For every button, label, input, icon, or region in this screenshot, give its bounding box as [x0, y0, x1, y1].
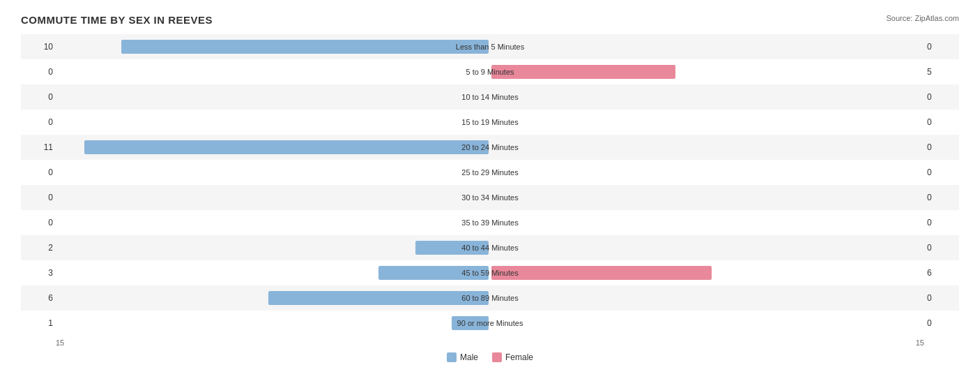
female-value-label: 6 — [924, 268, 959, 278]
bars-section: 30 to 34 Minutes — [56, 185, 924, 210]
chart-row: 240 to 44 Minutes0 — [21, 235, 959, 260]
legend: Male Female — [21, 352, 959, 362]
male-value-label: 0 — [21, 218, 56, 228]
chart-row: 190 or more Minutes0 — [21, 311, 959, 336]
male-bar-container — [56, 235, 490, 260]
chart-row: 660 to 89 Minutes0 — [21, 285, 959, 311]
male-bar-container — [56, 110, 490, 135]
male-bar-container — [56, 84, 490, 110]
female-value-label: 0 — [924, 293, 959, 303]
male-value-label: 0 — [21, 117, 56, 127]
chart-row: 10Less than 5 Minutes0 — [21, 34, 959, 59]
legend-female: Female — [492, 352, 533, 362]
row-label: 5 to 9 Minutes — [466, 68, 514, 76]
bars-section: 5 to 9 Minutes — [56, 59, 924, 84]
male-bar-container — [56, 260, 490, 285]
row-label: 90 or more Minutes — [457, 319, 523, 327]
bars-section: Less than 5 Minutes — [56, 34, 924, 59]
bars-section: 60 to 89 Minutes — [56, 285, 924, 311]
chart-row: 035 to 39 Minutes0 — [21, 210, 959, 235]
male-bar-container — [56, 185, 490, 210]
male-value-label: 6 — [21, 293, 56, 303]
female-bar-container — [490, 160, 924, 185]
chart-row: 015 to 19 Minutes0 — [21, 110, 959, 135]
chart-row: 1120 to 24 Minutes0 — [21, 135, 959, 160]
female-bar — [491, 266, 712, 280]
chart-title: COMMUTE TIME BY SEX IN REEVES — [21, 14, 959, 26]
male-bar — [268, 291, 489, 305]
male-bar-container — [56, 285, 490, 311]
male-value-label: 1 — [21, 318, 56, 328]
row-label: 45 to 59 Minutes — [461, 269, 518, 277]
male-bar-container — [56, 34, 490, 59]
female-value-label: 0 — [924, 318, 959, 328]
male-bar-container — [56, 135, 490, 160]
male-value-label: 0 — [21, 167, 56, 177]
female-bar — [491, 65, 675, 79]
bars-section: 15 to 19 Minutes — [56, 110, 924, 135]
source-label: Source: ZipAtlas.com — [886, 14, 959, 22]
axis-right: 15 — [916, 338, 924, 347]
male-value-label: 3 — [21, 268, 56, 278]
row-label: 15 to 19 Minutes — [461, 118, 518, 126]
female-bar-container — [490, 135, 924, 160]
female-value-label: 0 — [924, 193, 959, 202]
legend-male-label: Male — [460, 352, 478, 362]
bars-section: 35 to 39 Minutes — [56, 210, 924, 235]
female-bar-container — [490, 311, 924, 336]
chart-container: COMMUTE TIME BY SEX IN REEVES Source: Zi… — [0, 0, 980, 365]
male-value-label: 2 — [21, 243, 56, 253]
male-bar-container — [56, 210, 490, 235]
bars-section: 40 to 44 Minutes — [56, 235, 924, 260]
male-bar — [84, 140, 489, 154]
female-value-label: 0 — [924, 142, 959, 152]
female-bar-container — [490, 185, 924, 210]
male-value-label: 0 — [21, 193, 56, 202]
female-bar-container — [490, 210, 924, 235]
row-label: 20 to 24 Minutes — [461, 143, 518, 151]
female-bar-container — [490, 285, 924, 311]
male-bar-container — [56, 59, 490, 84]
bars-section: 10 to 14 Minutes — [56, 84, 924, 110]
chart-row: 010 to 14 Minutes0 — [21, 84, 959, 110]
female-value-label: 0 — [924, 243, 959, 253]
chart-row: 05 to 9 Minutes5 — [21, 59, 959, 84]
male-bar-container — [56, 160, 490, 185]
legend-female-label: Female — [505, 352, 533, 362]
female-value-label: 0 — [924, 117, 959, 127]
male-bar-container — [56, 311, 490, 336]
male-bar — [121, 40, 489, 54]
female-bar-container — [490, 59, 924, 84]
row-label: Less than 5 Minutes — [456, 43, 524, 51]
row-label: 35 to 39 Minutes — [461, 218, 518, 227]
female-value-label: 5 — [924, 67, 959, 77]
axis-left: 15 — [56, 338, 64, 347]
bars-section: 45 to 59 Minutes — [56, 260, 924, 285]
female-value-label: 0 — [924, 218, 959, 228]
axis-labels: 15 15 — [21, 338, 959, 347]
bars-section: 25 to 29 Minutes — [56, 160, 924, 185]
bars-section: 20 to 24 Minutes — [56, 135, 924, 160]
male-value-label: 0 — [21, 92, 56, 102]
bars-section: 90 or more Minutes — [56, 311, 924, 336]
female-bar-container — [490, 235, 924, 260]
female-value-label: 0 — [924, 42, 959, 52]
female-bar-container — [490, 84, 924, 110]
female-bar-container — [490, 260, 924, 285]
legend-female-box — [492, 352, 502, 362]
female-bar-container — [490, 34, 924, 59]
legend-male: Male — [447, 352, 478, 362]
row-label: 10 to 14 Minutes — [461, 93, 518, 101]
male-value-label: 10 — [21, 42, 56, 52]
female-bar-container — [490, 110, 924, 135]
row-label: 30 to 34 Minutes — [461, 193, 518, 202]
male-value-label: 11 — [21, 142, 56, 152]
female-value-label: 0 — [924, 92, 959, 102]
row-label: 60 to 89 Minutes — [461, 294, 518, 302]
chart-area: 10Less than 5 Minutes005 to 9 Minutes501… — [21, 34, 959, 336]
legend-male-box — [447, 352, 457, 362]
chart-row: 025 to 29 Minutes0 — [21, 160, 959, 185]
chart-row: 030 to 34 Minutes0 — [21, 185, 959, 210]
row-label: 40 to 44 Minutes — [461, 244, 518, 252]
chart-row: 345 to 59 Minutes6 — [21, 260, 959, 285]
